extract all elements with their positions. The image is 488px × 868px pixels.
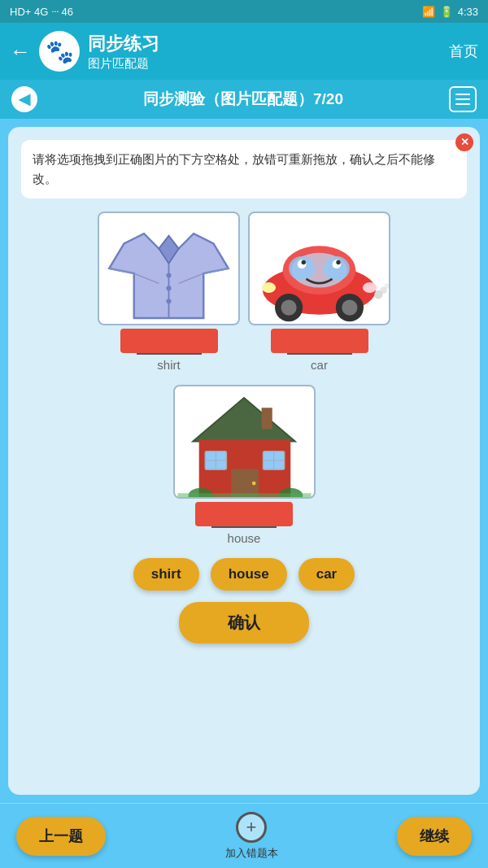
instructions-text: 请将选项拖拽到正确图片的下方空格处，放错可重新拖放，确认之后不能修改。 [33, 152, 435, 185]
chip-house[interactable]: house [211, 558, 287, 591]
svg-point-19 [262, 282, 276, 293]
confirm-row: 确认 [21, 602, 467, 643]
car-svg [250, 213, 389, 324]
shirt-svg [99, 213, 238, 324]
car-answer-slot[interactable] [271, 329, 368, 353]
close-instructions-button[interactable]: ✕ [455, 133, 473, 151]
chip-shirt[interactable]: shirt [133, 558, 199, 591]
house-image-box [173, 385, 316, 499]
next-button[interactable]: 继续 [397, 817, 472, 856]
car-label: car [311, 358, 328, 372]
house-card: house [173, 385, 316, 545]
confirm-button[interactable]: 确认 [179, 602, 309, 643]
paw-icon: 🐾 [46, 38, 74, 65]
chip-car[interactable]: car [298, 558, 355, 591]
svg-point-16 [281, 299, 296, 315]
top-nav: ← 🐾 同步练习 图片匹配题 首页 [0, 23, 488, 80]
instructions-box: 请将选项拖拽到正确图片的下方空格处，放错可重新拖放，确认之后不能修改。 ✕ [21, 140, 467, 198]
status-bar: HD+ 4G ᐧᐧᐧ 46 📶 🔋 4:33 [0, 0, 488, 23]
status-left: HD+ 4G ᐧᐧᐧ 46 [10, 6, 73, 18]
battery-icon: 🔋 [440, 6, 453, 18]
word-chips: shirt house car [21, 558, 467, 591]
svg-point-22 [302, 260, 306, 264]
bottom-bar: 上一题 + 加入错题本 继续 [0, 803, 488, 868]
image-grid: shirt [21, 212, 467, 372]
svg-point-20 [363, 282, 377, 293]
back-button[interactable]: ← [10, 39, 31, 64]
sub-back-button[interactable]: ◀ [11, 86, 37, 112]
add-error-book[interactable]: + 加入错题本 [225, 812, 278, 861]
house-svg [175, 386, 314, 497]
app-subtitle: 图片匹配题 [88, 56, 441, 72]
menu-button[interactable] [449, 86, 477, 112]
car-image-box [248, 212, 390, 325]
home-button[interactable]: 首页 [449, 41, 478, 61]
svg-point-32 [251, 482, 255, 486]
carrier-text: HD+ 4G ᐧᐧᐧ 46 [10, 6, 73, 18]
shirt-card: shirt [98, 212, 240, 372]
car-card: car [248, 212, 390, 372]
svg-point-5 [166, 273, 171, 277]
app-title: 同步练习 [88, 32, 441, 56]
svg-point-24 [336, 260, 340, 264]
time-display: 4:33 [458, 6, 478, 18]
svg-marker-28 [193, 398, 295, 441]
shirt-label: shirt [157, 358, 180, 372]
status-right: 📶 🔋 4:33 [422, 6, 478, 18]
svg-rect-29 [261, 408, 272, 429]
logo: 🐾 [39, 31, 80, 72]
prev-button[interactable]: 上一题 [16, 817, 106, 856]
svg-point-6 [166, 286, 171, 290]
house-label: house [228, 531, 261, 545]
nav-title-block: 同步练习 图片匹配题 [88, 32, 441, 72]
sub-nav-title: 同步测验（图片匹配题）7/20 [143, 89, 343, 110]
svg-point-18 [342, 299, 357, 315]
sub-nav: ◀ 同步测验（图片匹配题）7/20 [0, 80, 488, 119]
main-content: 请将选项拖拽到正确图片的下方空格处，放错可重新拖放，确认之后不能修改。 ✕ [8, 127, 480, 795]
shirt-image-box [98, 212, 240, 325]
svg-rect-41 [177, 493, 311, 497]
shirt-answer-slot[interactable] [120, 329, 218, 353]
wifi-icon: 📶 [422, 6, 435, 18]
house-answer-slot[interactable] [195, 502, 293, 526]
add-label: 加入错题本 [225, 846, 278, 861]
add-icon[interactable]: + [236, 812, 267, 843]
svg-point-7 [166, 299, 171, 303]
